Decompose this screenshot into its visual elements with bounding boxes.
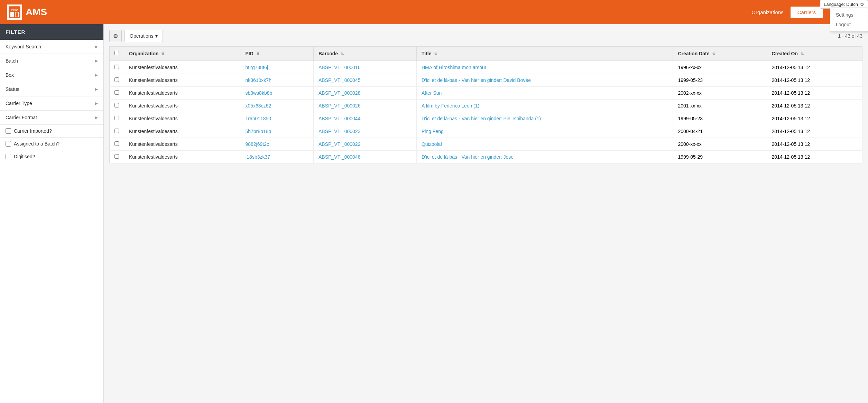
row-checkbox-cell[interactable]: [110, 138, 124, 151]
sidebar-item-keyword-search[interactable]: Keyword Search ▶: [0, 40, 103, 54]
table-row: Kunstenfestivaldesarts 5h7br8p18b ABSP_V…: [110, 125, 862, 138]
operations-button[interactable]: Operations ▾: [124, 30, 163, 42]
settings-gear-button[interactable]: ⚙: [109, 30, 122, 42]
row-pid[interactable]: nk3610xk7h: [240, 74, 314, 87]
column-header-organization[interactable]: Organization ⇅: [124, 47, 240, 61]
row-checkbox-cell[interactable]: [110, 151, 124, 163]
sort-barcode-icon: ⇅: [341, 52, 344, 56]
row-checkbox-4[interactable]: [114, 116, 119, 120]
row-title[interactable]: HMA of Hiroshima mon amour: [416, 61, 673, 74]
box-arrow: ▶: [95, 73, 98, 77]
row-pid[interactable]: 1r6n011850: [240, 112, 314, 125]
row-checkbox-cell[interactable]: [110, 100, 124, 112]
digitised-label: Digitised?: [14, 154, 35, 159]
column-header-created-on[interactable]: Created On ⇅: [767, 47, 862, 61]
row-creation-date: 2000-xx-xx: [673, 138, 767, 151]
row-created-on: 2014-12-05 13:12: [767, 112, 862, 125]
row-pid[interactable]: sb3ws8kb8b: [240, 87, 314, 100]
row-organization: Kunstenfestivaldesarts: [124, 138, 240, 151]
row-pid[interactable]: 9882j69t2c: [240, 138, 314, 151]
row-checkbox-0[interactable]: [114, 65, 119, 69]
row-barcode[interactable]: ABSP_VTI_000044: [314, 112, 417, 125]
row-organization: Kunstenfestivaldesarts: [124, 74, 240, 87]
gear-icon: ⚙: [113, 33, 118, 39]
row-title[interactable]: Ping Feng: [416, 125, 673, 138]
row-title[interactable]: D'ici et de là-bas - Van hier en ginder:…: [416, 112, 673, 125]
row-checkbox-5[interactable]: [114, 129, 119, 133]
row-creation-date: 1999-05-23: [673, 112, 767, 125]
row-barcode[interactable]: ABSP_VTI_000022: [314, 138, 417, 151]
sidebar-item-carrier-imported[interactable]: Carrier Imported?: [0, 125, 103, 138]
row-created-on: 2014-12-05 13:12: [767, 100, 862, 112]
row-pid[interactable]: 5h7br8p18b: [240, 125, 314, 138]
row-title[interactable]: D'ici et de là-bas - Van hier en ginder:…: [416, 74, 673, 87]
logout-menu-item[interactable]: Logout: [830, 20, 868, 29]
column-header-barcode[interactable]: Barcode ⇅: [314, 47, 417, 61]
settings-menu-item[interactable]: Settings: [830, 10, 868, 20]
row-checkbox-2[interactable]: [114, 90, 119, 95]
carrier-imported-label: Carrier Imported?: [14, 128, 52, 134]
content-toolbar: ⚙ Operations ▾ 1 - 43 of 43: [109, 30, 862, 42]
carrier-format-label: Carrier Format: [6, 115, 37, 120]
nav-carriers[interactable]: Carriers: [791, 7, 823, 18]
row-barcode[interactable]: ABSP_VTI_000028: [314, 87, 417, 100]
table-row: Kunstenfestivaldesarts sb3ws8kb8b ABSP_V…: [110, 87, 862, 100]
row-barcode[interactable]: ABSP_VTI_000016: [314, 61, 417, 74]
status-label: Status: [6, 86, 19, 92]
row-barcode[interactable]: ABSP_VTI_000045: [314, 74, 417, 87]
row-title[interactable]: D'ici et de là-bas - Van hier en ginder:…: [416, 151, 673, 163]
sidebar-item-batch[interactable]: Batch ▶: [0, 54, 103, 68]
row-checkbox-cell[interactable]: [110, 125, 124, 138]
language-gear-icon[interactable]: ⚙: [860, 2, 864, 7]
logo: VIAA AMS: [7, 4, 47, 20]
row-checkbox-cell[interactable]: [110, 87, 124, 100]
assigned-to-batch-checkbox[interactable]: [6, 141, 11, 147]
top-bar: VIAA AMS Organizations Carriers Shipment…: [0, 0, 868, 24]
keyword-search-label: Keyword Search: [6, 44, 41, 49]
select-all-checkbox[interactable]: [114, 51, 119, 55]
digitised-checkbox[interactable]: [6, 154, 11, 159]
sidebar-item-carrier-format[interactable]: Carrier Format ▶: [0, 111, 103, 125]
row-title[interactable]: A film by Federico Leon (1): [416, 100, 673, 112]
row-checkbox-7[interactable]: [114, 154, 119, 159]
svg-rect-3: [15, 12, 19, 17]
row-checkbox-6[interactable]: [114, 141, 119, 146]
row-checkbox-cell[interactable]: [110, 61, 124, 74]
row-checkbox-1[interactable]: [114, 77, 119, 82]
row-barcode[interactable]: ABSP_VTI_000048: [314, 151, 417, 163]
row-checkbox-cell[interactable]: [110, 112, 124, 125]
row-pid[interactable]: f18sb3zk37: [240, 151, 314, 163]
row-creation-date: 1999-05-29: [673, 151, 767, 163]
column-header-creation-date[interactable]: Creation Date ⇅: [673, 47, 767, 61]
carrier-imported-checkbox[interactable]: [6, 128, 11, 134]
table-header-row: Organization ⇅ PID ⇅ Barcode ⇅ Title: [110, 47, 862, 61]
row-title[interactable]: After Sun: [416, 87, 673, 100]
table-row: Kunstenfestivaldesarts x05x63cz62 ABSP_V…: [110, 100, 862, 112]
nav-organizations[interactable]: Organizations: [745, 7, 791, 18]
carriers-table: Organization ⇅ PID ⇅ Barcode ⇅ Title: [109, 46, 862, 163]
logo-icon: VIAA: [7, 4, 22, 20]
sidebar-item-assigned-to-batch[interactable]: Assigned to a Batch?: [0, 138, 103, 150]
row-pid[interactable]: x05x63cz62: [240, 100, 314, 112]
row-title[interactable]: Quizoola!: [416, 138, 673, 151]
sidebar-item-digitised[interactable]: Digitised?: [0, 150, 103, 163]
row-created-on: 2014-12-05 13:12: [767, 74, 862, 87]
row-barcode[interactable]: ABSP_VTI_000023: [314, 125, 417, 138]
row-pid[interactable]: ht2g738t6j: [240, 61, 314, 74]
sidebar: FILTER Keyword Search ▶ Batch ▶ Box ▶ St…: [0, 24, 104, 403]
row-created-on: 2014-12-05 13:12: [767, 87, 862, 100]
select-all-header[interactable]: [110, 47, 124, 61]
row-barcode[interactable]: ABSP_VTI_000026: [314, 100, 417, 112]
column-header-title[interactable]: Title ⇅: [416, 47, 673, 61]
carrier-type-label: Carrier Type: [6, 101, 32, 106]
row-checkbox-cell[interactable]: [110, 74, 124, 87]
sort-organization-icon: ⇅: [161, 52, 164, 56]
sidebar-item-status[interactable]: Status ▶: [0, 82, 103, 96]
sidebar-item-carrier-type[interactable]: Carrier Type ▶: [0, 96, 103, 111]
row-checkbox-3[interactable]: [114, 103, 119, 107]
sidebar-item-box[interactable]: Box ▶: [0, 68, 103, 82]
column-header-pid[interactable]: PID ⇅: [240, 47, 314, 61]
operations-label: Operations: [130, 33, 153, 39]
sort-creation-date-icon: ⇅: [712, 52, 715, 56]
table-row: Kunstenfestivaldesarts ht2g738t6j ABSP_V…: [110, 61, 862, 74]
